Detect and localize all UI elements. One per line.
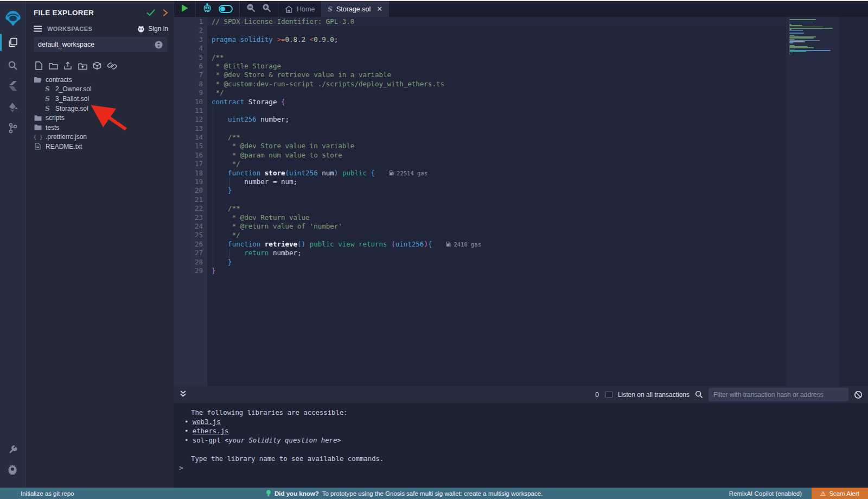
copilot-toggle[interactable] xyxy=(219,5,233,13)
listen-checkbox[interactable] xyxy=(605,391,612,398)
zoom-out-icon[interactable] xyxy=(246,3,256,15)
code-text: number = num; xyxy=(203,178,297,186)
deploy-run-icon[interactable] xyxy=(0,98,25,117)
tree-item-label: 2_Owner.sol xyxy=(55,85,92,93)
tree-item--prettierrc-json[interactable]: { }.prettierrc.json xyxy=(26,132,174,142)
code-text: * @param num value to store xyxy=(203,151,342,160)
hamburger-menu-icon[interactable] xyxy=(34,26,42,32)
tree-item-2-owner-sol[interactable]: S2_Owner.sol xyxy=(26,85,174,94)
tree-item-label: 3_Ballot.sol xyxy=(55,95,89,103)
code-text: } xyxy=(203,186,232,195)
code-line-3: 3pragma solidity >=0.8.2 <0.9.0; xyxy=(174,35,868,44)
code-text xyxy=(203,106,212,115)
filter-input[interactable] xyxy=(709,388,848,401)
zoom-in-icon[interactable] xyxy=(262,3,271,15)
line-number: 16 xyxy=(174,151,203,160)
chevron-right-icon[interactable] xyxy=(162,9,169,16)
new-file-icon[interactable] xyxy=(34,61,43,71)
line-number: 27 xyxy=(174,249,203,257)
tab-home[interactable]: Home xyxy=(278,1,321,17)
file-explorer-panel: FILE EXPLORER WORKSPACES Sign in default… xyxy=(25,1,174,488)
code-line-23: 23 * @dev Return value xyxy=(174,213,868,222)
terminal-line: The following libraries are accessible: xyxy=(191,408,384,418)
tree-item-label: tests xyxy=(46,124,59,131)
indent-guide xyxy=(229,178,229,187)
code-text: /** xyxy=(203,133,240,142)
git-icon[interactable] xyxy=(0,118,25,138)
line-number: 5 xyxy=(174,53,203,62)
line-number: 26 xyxy=(174,240,203,249)
solidity-compiler-icon[interactable] xyxy=(0,76,25,96)
terminal-line: • ethers.js xyxy=(191,427,384,436)
tree-item-label: Storage.sol xyxy=(55,105,88,112)
json-icon: { } xyxy=(34,134,42,141)
code-text: */ xyxy=(203,231,240,239)
line-number: 24 xyxy=(174,222,203,231)
upload-file-icon[interactable] xyxy=(63,61,73,71)
settings-gear-icon[interactable] xyxy=(0,459,25,479)
sign-in-button[interactable]: Sign in xyxy=(137,25,168,33)
upload-folder-icon[interactable] xyxy=(78,61,87,71)
line-number: 10 xyxy=(174,98,203,106)
file-explorer-icon[interactable] xyxy=(0,33,25,52)
line-number: 17 xyxy=(174,160,203,168)
code-line-27: 27 return number; xyxy=(174,249,868,257)
close-tab-icon[interactable]: ✕ xyxy=(376,5,382,13)
code-line-26: 26 function retrieve() public view retur… xyxy=(174,240,868,249)
sol-icon: S xyxy=(43,85,52,93)
terminal-link[interactable]: web3.js xyxy=(193,418,221,426)
code-line-28: 28 } xyxy=(174,258,868,267)
tree-item-label: contracts xyxy=(46,76,72,84)
line-number: 28 xyxy=(174,258,203,267)
activity-bar xyxy=(0,1,25,488)
search-icon[interactable] xyxy=(0,55,25,75)
code-line-6: 6 * @title Storage xyxy=(174,62,868,71)
code-line-18: 18 function store(uint256 num) public {2… xyxy=(174,169,868,178)
sol-icon: S xyxy=(43,95,52,103)
line-number: 20 xyxy=(174,186,203,195)
tree-item-readme-txt[interactable]: README.txt xyxy=(26,142,174,151)
plugin-manager-icon[interactable] xyxy=(0,439,25,458)
code-text: function store(uint256 num) public { xyxy=(203,169,375,178)
terminal[interactable]: The following libraries are accessible:•… xyxy=(174,403,868,488)
tab-storage-sol[interactable]: S Storage.sol ✕ xyxy=(321,1,389,17)
sol-icon: S xyxy=(43,105,52,112)
github-icon xyxy=(137,25,145,33)
line-number: 3 xyxy=(174,35,203,44)
tree-item-label: scripts xyxy=(46,114,65,122)
copilot-status[interactable]: RemixAI Copilot (enabled) xyxy=(729,490,802,497)
remixai-robot-icon[interactable] xyxy=(202,3,212,15)
link-icon[interactable] xyxy=(107,61,117,71)
line-number: 29 xyxy=(174,267,203,275)
file-icon xyxy=(34,143,42,150)
tree-item-contracts[interactable]: contracts xyxy=(26,75,174,85)
line-number: 25 xyxy=(174,231,203,239)
code-text: * @custom:dev-run-script ./scripts/deplo… xyxy=(203,80,444,89)
scam-alert-button[interactable]: ⚠ Scam Alert xyxy=(812,488,868,499)
search-icon xyxy=(695,390,703,399)
remix-logo[interactable] xyxy=(0,8,25,30)
code-text: * @dev Return value xyxy=(203,213,310,222)
expand-terminal-icon[interactable] xyxy=(174,390,187,400)
code-line-4: 4 xyxy=(174,44,868,53)
terminal-header: 0 Listen on all transactions xyxy=(174,386,868,403)
code-editor[interactable]: 1// SPDX-License-Identifier: GPL-3.023pr… xyxy=(174,17,868,386)
new-folder-icon[interactable] xyxy=(48,61,58,71)
did-you-know-tip: Did you know? To prototype using the Gno… xyxy=(266,490,542,497)
code-line-7: 7 * @dev Store & retrieve value in a var… xyxy=(174,71,868,79)
code-text xyxy=(203,26,212,35)
gas-estimate: 22514 gas xyxy=(389,169,427,178)
workspace-select[interactable]: default_workspace xyxy=(34,37,167,52)
warning-icon: ⚠ xyxy=(820,490,826,497)
code-text: * @dev Store value in variable xyxy=(203,142,354,150)
import-box-icon[interactable] xyxy=(92,61,102,71)
code-text: pragma solidity >=0.8.2 <0.9.0; xyxy=(203,35,338,44)
status-bar: Initialize as git repo Did you know? To … xyxy=(0,488,868,499)
terminal-link[interactable]: ethers.js xyxy=(193,427,229,435)
panel-title: FILE EXPLORER xyxy=(34,9,146,17)
code-text: * @dev Store & retrieve value in a varia… xyxy=(203,71,391,79)
code-text: // SPDX-License-Identifier: GPL-3.0 xyxy=(203,17,354,26)
block-icon[interactable] xyxy=(854,390,863,399)
git-init-button[interactable]: Initialize as git repo xyxy=(0,490,74,497)
play-button[interactable] xyxy=(181,4,189,15)
